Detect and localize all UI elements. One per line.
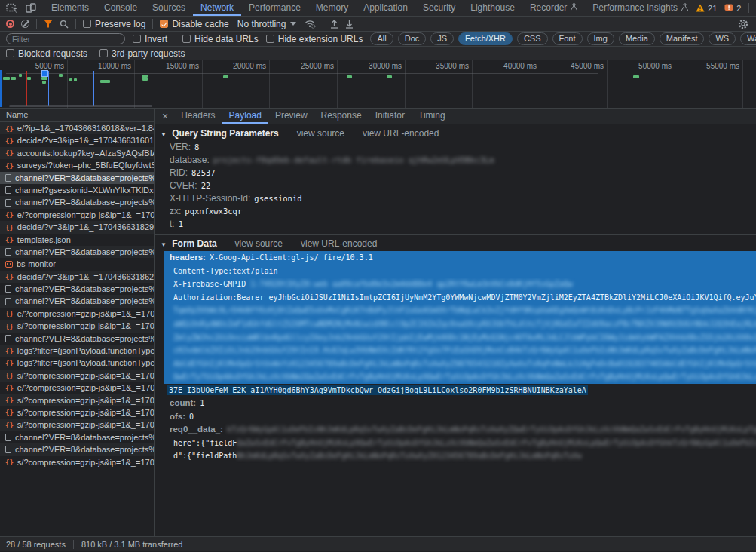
request-row[interactable]: channel?VER=8&database=projects%2F…: [0, 295, 154, 307]
request-row[interactable]: channel?VER=8&database=projects%2F…: [0, 172, 154, 184]
import-har-icon[interactable]: [330, 20, 338, 29]
request-type-chip[interactable]: Img: [587, 32, 614, 45]
timeline-gridline: 5000 ms: [15, 60, 68, 108]
request-row[interactable]: channel?VER=8&database=projects%2F…: [0, 246, 154, 258]
request-row[interactable]: s/?compression=gzip-js&ip=1&_=170436…: [0, 320, 154, 332]
request-row[interactable]: s/?compression=gzip-js&ip=1&_=170436…: [0, 456, 154, 468]
request-row[interactable]: templates.json: [0, 234, 154, 246]
details-tab[interactable]: Initiator: [369, 109, 412, 124]
request-row[interactable]: channel?VER=8&database=projects%2F…: [0, 431, 154, 443]
hide-data-urls-checkbox[interactable]: Hide data URLs: [182, 34, 259, 44]
request-type-chip[interactable]: Wasm: [740, 32, 756, 45]
request-name: e/?compression=gzip-js&ip=1&_=170436…: [17, 209, 154, 221]
request-row[interactable]: channel?VER=8&database=projects%2F…: [0, 283, 154, 295]
request-type-chip[interactable]: Fetch/XHR: [458, 32, 513, 45]
devtools-tab[interactable]: Performance: [241, 0, 308, 16]
request-row[interactable]: channel?VER=8&database=projects%2F…: [0, 333, 154, 345]
record-network-log-button[interactable]: [6, 20, 14, 28]
request-row[interactable]: e/?compression=gzip-js&ip=1&_=170436…: [0, 209, 154, 221]
request-row[interactable]: channel?VER=8&database=projects%2F…: [0, 196, 154, 208]
request-row[interactable]: accounts:lookup?key=AIzaSyAQsfBIA8au…: [0, 147, 154, 159]
console-warnings-badge[interactable]: 21: [696, 4, 717, 13]
request-type-chip[interactable]: JS: [430, 32, 454, 45]
inspect-element-icon[interactable]: [5, 2, 18, 15]
request-row[interactable]: s/?compression=gzip-js&ip=1&_=170436…: [0, 419, 154, 431]
devtools-tab-label: Network: [200, 2, 234, 13]
query-string-section-header: ▼ Query String Parameters view source vi…: [161, 126, 756, 141]
view-url-encoded-link[interactable]: view URL-encoded: [301, 238, 377, 249]
request-row[interactable]: bs-monitor: [0, 258, 154, 270]
request-row[interactable]: e/?compression=gzip-js&ip=1&_=170436…: [0, 382, 154, 394]
view-source-link[interactable]: view source: [235, 238, 283, 249]
devtools-tab[interactable]: Application: [356, 0, 415, 16]
request-row[interactable]: decide/?v=3&ip=1&_=1704366318629&v…: [0, 271, 154, 283]
request-row[interactable]: decide/?v=3&ip=1&_=1704366316019&v…: [0, 134, 154, 146]
filter-input[interactable]: [6, 33, 125, 44]
form-data-line: 37E-I3bUOeFeM-E2K-aI1AYH0gd6BhY3Ag9VmTDk…: [164, 384, 756, 397]
request-row[interactable]: e/?compression=gzip-js&ip=1&_=170436…: [0, 308, 154, 320]
filter-funnel-icon[interactable]: [44, 20, 53, 28]
name-column-header[interactable]: Name: [0, 109, 154, 122]
request-type-chip[interactable]: Media: [619, 32, 655, 45]
devtools-tab[interactable]: Network: [193, 0, 241, 16]
divider: [748, 3, 749, 13]
devtools-tab[interactable]: Sources: [145, 0, 193, 16]
hide-extension-urls-checkbox[interactable]: Hide extension URLs: [266, 34, 363, 44]
timeline-selection-grip[interactable]: [41, 70, 48, 77]
request-type-chip[interactable]: CSS: [517, 32, 548, 45]
section-title-wrap[interactable]: ▼ Query String Parameters: [161, 128, 279, 139]
devtools-tab[interactable]: Security: [415, 0, 463, 16]
throttling-dropdown[interactable]: No throttling: [236, 19, 298, 29]
request-row[interactable]: surveys/?token=phc_5BfuEQfuyfdwtSVR…: [0, 159, 154, 171]
issues-badge[interactable]: 2: [724, 4, 741, 13]
network-overview-timeline[interactable]: 5000 ms 10000 ms 15000 ms 20000 ms 25000…: [0, 60, 756, 109]
request-row[interactable]: channel?VER=8&database=projects%2F…: [0, 443, 154, 455]
blocked-requests-checkbox[interactable]: Blocked requests: [6, 48, 87, 59]
request-row[interactable]: logs?filter=(jsonPayload.functionType%2…: [0, 345, 154, 357]
request-type-chip[interactable]: WS: [709, 32, 736, 45]
preserve-log-checkbox[interactable]: Preserve log: [83, 19, 145, 29]
details-tab[interactable]: Preview: [268, 109, 314, 124]
view-source-link[interactable]: view source: [297, 128, 344, 139]
timeline-tick-label: 45000 ms: [555, 60, 607, 70]
param-value-redacted: projects-f0qdOeb-default-rtdb firebaseio…: [213, 155, 494, 164]
request-name: logs?filter=(jsonPayload.functionType%2…: [17, 345, 154, 357]
details-tab[interactable]: Timing: [412, 109, 452, 124]
devtools-tab[interactable]: Performance insights: [585, 0, 696, 16]
timeline-selection-handle[interactable]: [0, 70, 2, 107]
request-row[interactable]: logs?filter=(jsonPayload.functionType%2…: [0, 357, 154, 369]
request-row[interactable]: decide/?v=3&ip=1&_=1704366318296&v…: [0, 221, 154, 233]
export-har-icon[interactable]: [345, 20, 354, 29]
request-type-chip[interactable]: Font: [552, 32, 583, 45]
timeline-gridline: 50000 ms: [623, 60, 675, 108]
third-party-requests-checkbox[interactable]: 3rd-party requests: [99, 48, 185, 59]
devtools-tab[interactable]: Lighthouse: [463, 0, 522, 16]
timeline-scroll-indicator[interactable]: [9, 105, 152, 107]
clear-network-log-icon[interactable]: [21, 20, 29, 28]
details-tab[interactable]: Payload: [222, 109, 268, 124]
search-icon[interactable]: [60, 20, 69, 29]
view-url-encoded-link[interactable]: view URL-encoded: [363, 128, 439, 139]
invert-checkbox[interactable]: Invert: [133, 34, 167, 44]
device-toolbar-icon[interactable]: [24, 2, 38, 15]
disable-cache-checkbox[interactable]: Disable cache: [160, 19, 228, 29]
request-type-chip[interactable]: Manifest: [660, 32, 705, 45]
request-row[interactable]: s/?compression=gzip-js&ip=1&_=170436…: [0, 370, 154, 382]
request-type-chip[interactable]: All: [370, 32, 393, 45]
devtools-tab[interactable]: Console: [96, 0, 145, 16]
network-settings-gear-icon[interactable]: [736, 17, 750, 31]
request-row[interactable]: channel?gsessionid=XLWnYIkxTKlDxuq8f…: [0, 184, 154, 196]
network-conditions-icon[interactable]: [305, 19, 316, 29]
form-param-value: d":{"fieldPath: [173, 452, 237, 460]
details-tab[interactable]: Headers: [174, 109, 222, 124]
devtools-tab[interactable]: Elements: [44, 0, 96, 16]
devtools-tab[interactable]: Recorder: [522, 0, 585, 16]
request-row[interactable]: s/?compression=gzip-js&ip=1&_=170436…: [0, 406, 154, 419]
devtools-tab[interactable]: Memory: [308, 0, 356, 16]
request-type-chip[interactable]: Doc: [398, 32, 427, 45]
request-row[interactable]: s/?compression=gzip-js&ip=1&_=170436…: [0, 394, 154, 406]
request-row[interactable]: e/?ip=1&_=1704366316018&ver=1.84.1: [0, 122, 154, 134]
details-tab[interactable]: Response: [314, 109, 369, 124]
section-title-wrap[interactable]: ▼ Form Data: [161, 238, 217, 249]
close-details-icon[interactable]: ×: [155, 109, 174, 124]
